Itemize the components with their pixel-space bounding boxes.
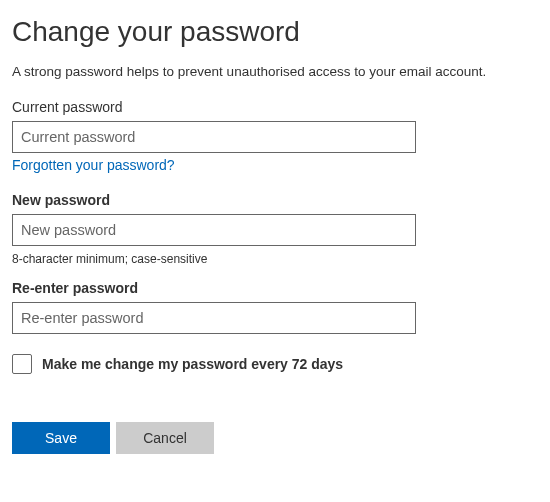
cancel-button[interactable]: Cancel [116,422,214,454]
password-hint: 8-character minimum; case-sensitive [12,252,538,266]
current-password-input[interactable] [12,121,416,153]
save-button[interactable]: Save [12,422,110,454]
periodic-change-checkbox[interactable] [12,354,32,374]
button-row: Save Cancel [12,422,538,454]
new-password-label: New password [12,192,538,208]
current-password-label: Current password [12,99,538,115]
periodic-change-label[interactable]: Make me change my password every 72 days [42,356,343,372]
new-password-input[interactable] [12,214,416,246]
reenter-password-label: Re-enter password [12,280,538,296]
forgot-password-link[interactable]: Forgotten your password? [12,157,175,173]
page-title: Change your password [12,16,538,48]
reenter-password-input[interactable] [12,302,416,334]
intro-text: A strong password helps to prevent unaut… [12,64,538,79]
